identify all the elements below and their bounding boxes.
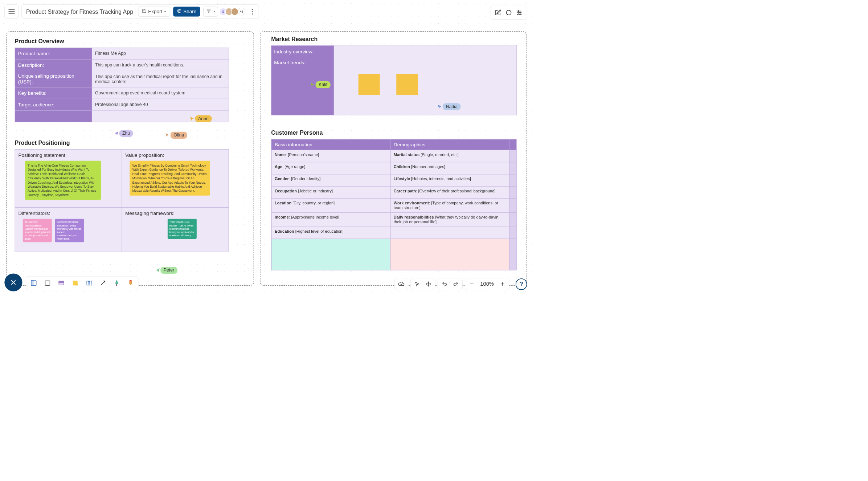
zoom-in-button[interactable] (498, 280, 506, 288)
product-positioning-grid[interactable]: Positioning statement: This Is The All-I… (15, 149, 229, 252)
select-tool[interactable] (413, 280, 421, 288)
product-overview-table[interactable]: Product name:Fitness Me App Description:… (15, 48, 229, 122)
edit-button[interactable] (494, 8, 503, 17)
collaborator-cursor-kalif: Kalif (310, 81, 331, 88)
sticky-note-tool[interactable] (71, 279, 80, 288)
table-cell-label[interactable]: Product name: (15, 48, 92, 59)
table-stub (509, 239, 516, 270)
integrations-button[interactable] (203, 7, 218, 16)
close-tools-button[interactable] (4, 273, 22, 291)
table-cell-value[interactable] (334, 45, 517, 58)
zoom-level[interactable]: 100% (479, 281, 495, 287)
section-title: Customer Persona (261, 119, 526, 136)
persona-cell[interactable]: Gender: [Gender identity] (271, 174, 390, 186)
sticky-note[interactable]: We Simplify Fitness By Combining Smart T… (130, 161, 210, 196)
table-cell-label[interactable]: Key benefits: (15, 87, 92, 99)
view-toolbar: 100% (394, 278, 509, 290)
arrow-tool[interactable] (98, 279, 107, 288)
redo-button[interactable] (452, 280, 460, 288)
zoom-out-button[interactable] (468, 280, 476, 288)
comments-button[interactable] (504, 8, 513, 17)
table-header[interactable]: Demographics (390, 139, 509, 150)
rectangle-tool[interactable] (43, 279, 52, 288)
table-cell-label[interactable] (15, 110, 92, 122)
avatar-overflow[interactable]: +3 (238, 8, 245, 16)
messaging-framework-cell[interactable]: Messaging framework: Train Smarter, Not … (122, 207, 229, 252)
sticky-note[interactable]: Train Smarter, Not Harder – Let AI-drive… (168, 219, 197, 239)
highlighter-tool[interactable] (126, 279, 135, 288)
table-cell-value[interactable]: Fitness Me App (92, 48, 229, 59)
value-proposition-cell[interactable]: Value proposition: We Simplify Fitness B… (122, 149, 229, 207)
globe-icon (177, 9, 181, 15)
pen-tool[interactable] (112, 279, 121, 288)
positioning-statement-cell[interactable]: Positioning statement: This Is The All-I… (15, 149, 122, 207)
product-strategy-frame-left[interactable]: Product Overview Product name:Fitness Me… (6, 31, 254, 286)
persona-cell[interactable]: Work environment: [Type of company, work… (390, 198, 509, 212)
settings-button[interactable] (515, 8, 524, 17)
table-cell-label[interactable]: Target audience: (15, 99, 92, 110)
svg-point-9 (518, 14, 519, 15)
table-header[interactable]: Basic information (271, 139, 390, 150)
table-cell-label[interactable]: Unique selling proposition (USP): (15, 71, 92, 87)
customer-persona-grid[interactable]: Basic information Demographics Name: [Pe… (271, 139, 516, 270)
persona-cell[interactable]: Occupation [Jobtitle or industry] (271, 186, 390, 198)
cursor-label: Nadia (443, 103, 460, 110)
zoom-group: 100% (465, 278, 509, 290)
sticky-note[interactable] (396, 74, 418, 95)
document-title[interactable]: Product Strategy for Fitness Tracking Ap… (24, 8, 135, 15)
persona-cell[interactable]: Name: [Persona's name] (271, 150, 390, 162)
table-stub (509, 198, 516, 212)
table-cell-value[interactable] (334, 58, 517, 115)
persona-cell-empty[interactable] (271, 239, 390, 270)
table-cell-label[interactable]: Description: (15, 59, 92, 71)
persona-cell[interactable]: Education [Highest level of education] (271, 227, 390, 239)
more-options-button[interactable] (249, 7, 256, 16)
sticky-note[interactable]: This Is The All-In-One Fitness Companion… (25, 161, 101, 200)
collaborator-cursor-olina: Olina (165, 132, 187, 139)
table-cell-value[interactable]: This app can use as their medical report… (92, 71, 229, 87)
cell-label: Differentiators: (18, 210, 118, 216)
persona-cell-empty[interactable] (390, 239, 509, 270)
persona-cell[interactable]: Lifestyle [Hobbies, interests, and activ… (390, 174, 509, 186)
table-cell-label[interactable]: Industry overview: (271, 45, 334, 58)
cell-label: Messaging framework: (125, 210, 225, 216)
persona-cell[interactable]: Daily responsibilities [What they typica… (390, 212, 509, 227)
share-button[interactable]: Share (173, 7, 200, 16)
top-toolbar: Product Strategy for Fitness Tracking Ap… (4, 4, 259, 19)
cell-label: Value proposition: (125, 152, 225, 158)
export-button[interactable]: Export (138, 7, 170, 16)
persona-cell[interactable]: Location [City, country, or region] (271, 198, 390, 212)
section-title: Product Overview (7, 36, 253, 45)
persona-cell[interactable]: Children [Number and ages] (390, 162, 509, 174)
persona-cell[interactable]: Marital status [Single, married, etc.] (390, 150, 509, 162)
shape-toolbar: T (26, 276, 138, 290)
persona-cell[interactable]: Age: [Age range] (271, 162, 390, 174)
cursor-icon (437, 104, 442, 109)
chevron-down-icon (164, 11, 166, 12)
cloud-sync-button[interactable] (397, 280, 405, 288)
collaborator-avatars[interactable]: S +3 (221, 8, 245, 16)
main-menu-button[interactable] (4, 4, 19, 19)
persona-cell[interactable]: Income: [Approximate income level] (271, 212, 390, 227)
pan-tool[interactable] (424, 280, 432, 288)
market-research-table[interactable]: Industry overview: Market trends: (271, 45, 516, 115)
product-strategy-frame-right[interactable]: Market Research Industry overview: Marke… (260, 31, 527, 286)
differentiators-cell[interactable]: Differentiators: AI-Powered Personalizat… (15, 207, 122, 252)
share-label: Share (183, 9, 196, 15)
frame-tool[interactable] (29, 279, 38, 288)
container-tool[interactable] (57, 279, 66, 288)
sticky-note[interactable]: Seamless Wearable Integration: Syncs eff… (55, 219, 84, 242)
table-cell-value[interactable]: Government approved medical record syste… (92, 87, 229, 99)
help-button[interactable]: ? (516, 278, 527, 290)
table-cell-value[interactable]: Professional age above 40 (92, 99, 229, 110)
sticky-note[interactable]: AI-Powered Personalization: Custom worko… (23, 219, 52, 242)
svg-text:T: T (88, 281, 90, 285)
text-tool[interactable]: T (85, 279, 94, 288)
table-cell-value[interactable]: This app can track a user's health condi… (92, 59, 229, 71)
persona-cell[interactable]: Career path: [Overview of their professi… (390, 186, 509, 198)
svg-rect-13 (31, 281, 33, 286)
persona-cell[interactable] (390, 227, 509, 239)
sticky-note[interactable] (359, 74, 380, 95)
undo-button[interactable] (441, 280, 449, 288)
collaborator-cursor-peter: Peter (155, 267, 177, 274)
